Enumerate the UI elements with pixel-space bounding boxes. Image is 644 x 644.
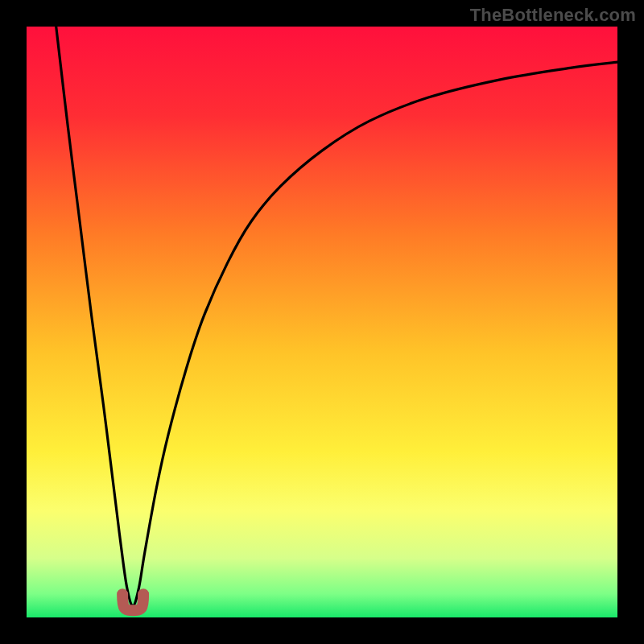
watermark-text: TheBottleneck.com — [470, 5, 636, 26]
gradient-plot-area — [27, 27, 617, 617]
chart-frame: TheBottleneck.com — [0, 0, 644, 644]
bottleneck-chart — [0, 0, 644, 644]
